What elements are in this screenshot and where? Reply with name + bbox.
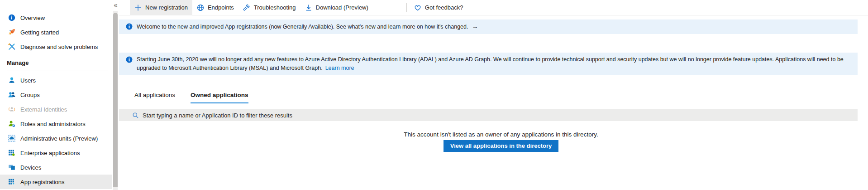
endpoints-button[interactable]: Endpoints xyxy=(192,0,238,15)
wrench-icon xyxy=(243,4,250,11)
sidebar-item-groups[interactable]: Groups xyxy=(0,88,112,102)
plus-icon xyxy=(134,4,142,11)
sidebar-item-label: Enterprise applications xyxy=(20,150,80,156)
tab-all-applications[interactable]: All applications xyxy=(134,92,175,103)
devices-icon xyxy=(8,164,15,171)
sidebar-item-label: Diagnose and solve problems xyxy=(20,44,98,50)
tab-owned-applications[interactable]: Owned applications xyxy=(191,92,248,103)
sidebar-item-label: Administrative units (Preview) xyxy=(20,135,98,142)
sidebar-item-external-identities[interactable]: External Identities xyxy=(0,102,112,117)
sidebar-scrollbar-track xyxy=(113,11,118,190)
sidebar-item-label: Groups xyxy=(20,92,40,98)
user-icon xyxy=(8,77,15,84)
endpoints-label: Endpoints xyxy=(208,4,234,11)
app-registrations-icon xyxy=(8,178,15,186)
download-preview-button[interactable]: Download (Preview) xyxy=(300,0,373,15)
sidebar: Overview Getting started xyxy=(0,0,112,190)
rocket-icon xyxy=(8,29,15,36)
group-icon xyxy=(8,91,15,99)
sidebar-item-users[interactable]: Users xyxy=(0,73,112,88)
sidebar-item-diagnose[interactable]: Diagnose and solve problems xyxy=(0,39,112,54)
sidebar-item-label: External Identities xyxy=(20,106,67,113)
sidebar-item-app-registrations[interactable]: App registrations xyxy=(0,175,112,189)
info-icon xyxy=(126,56,133,63)
empty-state: This account isn't listed as an owner of… xyxy=(119,131,858,152)
sidebar-manage-list: Users Groups xyxy=(0,73,112,189)
sidebar-item-label: Overview xyxy=(20,15,45,21)
sidebar-item-administrative-units[interactable]: Administrative units (Preview) xyxy=(0,131,112,146)
info-icon xyxy=(8,14,15,22)
main-content: New registration Endpoints Troubleshooti… xyxy=(119,0,868,190)
search-icon xyxy=(132,112,139,119)
tools-icon xyxy=(8,43,15,51)
sidebar-item-label: Devices xyxy=(20,164,41,171)
sidebar-item-label: App registrations xyxy=(20,179,65,185)
arrow-right-icon: → xyxy=(472,23,478,30)
command-bar: New registration Endpoints Troubleshooti… xyxy=(119,0,868,15)
sidebar-item-roles[interactable]: Roles and administrators xyxy=(0,117,112,131)
globe-icon xyxy=(197,4,204,11)
troubleshooting-button[interactable]: Troubleshooting xyxy=(238,0,300,15)
sidebar-item-label: Roles and administrators xyxy=(20,121,86,127)
roles-icon xyxy=(8,120,15,128)
welcome-banner-text: Welcome to the new and improved App regi… xyxy=(137,22,478,31)
filter-bar xyxy=(119,109,858,121)
info-icon xyxy=(126,23,133,30)
got-feedback-button[interactable]: Got feedback? xyxy=(410,0,468,15)
sidebar-item-getting-started[interactable]: Getting started xyxy=(0,25,112,39)
filter-input[interactable] xyxy=(143,110,858,121)
collapse-sidebar-icon[interactable]: « xyxy=(112,1,119,9)
download-icon xyxy=(305,4,312,11)
adal-deprecation-text: Starting June 30th, 2020 we will no long… xyxy=(137,55,851,73)
external-identities-icon xyxy=(8,106,15,113)
sidebar-item-devices[interactable]: Devices xyxy=(0,160,112,175)
enterprise-apps-icon xyxy=(8,149,15,157)
welcome-banner[interactable]: Welcome to the new and improved App regi… xyxy=(119,19,858,34)
sidebar-item-enterprise-applications[interactable]: Enterprise applications xyxy=(0,146,112,160)
empty-state-message: This account isn't listed as an owner of… xyxy=(144,131,858,138)
sidebar-item-label: Getting started xyxy=(20,29,59,36)
sidebar-scroll-column: « xyxy=(112,0,119,190)
got-feedback-label: Got feedback? xyxy=(425,4,463,11)
sidebar-item-label: Users xyxy=(20,77,36,84)
heart-icon xyxy=(414,4,421,11)
sidebar-section-manage: Manage xyxy=(7,59,108,70)
new-registration-label: New registration xyxy=(145,4,188,11)
new-registration-button[interactable]: New registration xyxy=(130,0,192,15)
learn-more-link[interactable]: Learn more xyxy=(325,65,354,71)
sidebar-nav: Overview Getting started xyxy=(0,0,112,189)
view-all-applications-button[interactable]: View all applications in the directory xyxy=(444,140,558,152)
sidebar-item-overview[interactable]: Overview xyxy=(0,10,112,25)
applications-tabs: All applications Owned applications xyxy=(134,92,868,103)
sidebar-scrollbar-thumb[interactable] xyxy=(113,13,118,187)
admin-units-icon xyxy=(8,135,15,142)
download-preview-label: Download (Preview) xyxy=(316,4,368,11)
toolbar-separator xyxy=(406,3,407,12)
troubleshooting-label: Troubleshooting xyxy=(254,4,296,11)
app-registrations-page: Overview Getting started xyxy=(0,0,868,190)
adal-deprecation-banner: Starting June 30th, 2020 we will no long… xyxy=(119,53,858,75)
